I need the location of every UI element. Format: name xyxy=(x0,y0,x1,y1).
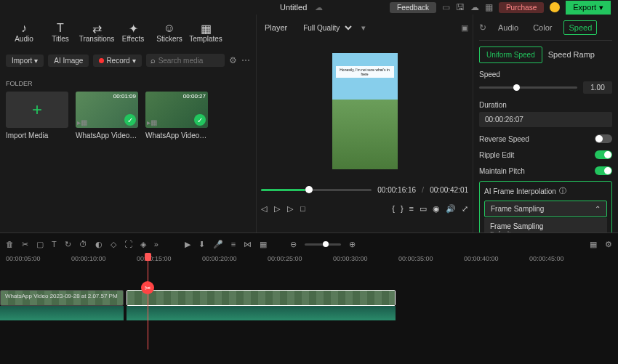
record-button[interactable]: Record ▾ xyxy=(93,54,141,67)
cloud-upload-icon[interactable]: ☁ xyxy=(470,2,479,12)
reverse-speed-toggle[interactable] xyxy=(595,134,612,143)
volume-icon[interactable]: 🔊 xyxy=(446,204,456,214)
stickers-icon: ☺ xyxy=(164,22,175,35)
maintain-pitch-toggle[interactable] xyxy=(595,166,612,175)
cloud-sync-icon[interactable]: ☁ xyxy=(315,3,323,12)
prev-frame-button[interactable]: ◁ xyxy=(261,204,267,214)
tab-speed[interactable]: Speed xyxy=(563,20,597,35)
keyframe-icon[interactable]: ◇ xyxy=(111,240,116,249)
refresh-icon[interactable]: ↻ xyxy=(65,240,71,249)
tab-audio[interactable]: Audio xyxy=(495,23,521,32)
save-icon[interactable]: 🖫 xyxy=(456,2,465,12)
speed-slider[interactable] xyxy=(479,86,577,89)
folder-label: FOLDER xyxy=(6,80,250,87)
filter-icon[interactable]: ⚙ xyxy=(229,55,237,65)
crop-icon[interactable]: ▢ xyxy=(36,240,44,249)
cut-icon[interactable]: ✂ xyxy=(22,240,28,249)
settings-icon[interactable]: ⚙ xyxy=(605,240,612,249)
purchase-button[interactable]: Purchase xyxy=(499,2,544,13)
tab-effects[interactable]: ✦Effects xyxy=(115,19,151,46)
ai-interpolation-select[interactable]: Frame Sampling⌃ xyxy=(484,201,607,217)
speed-value[interactable]: 1.00 xyxy=(583,81,612,94)
tag-icon[interactable]: ◈ xyxy=(140,240,146,249)
avatar[interactable] xyxy=(550,2,560,12)
tab-templates[interactable]: ▦Templates xyxy=(188,19,224,46)
search-input[interactable]: ⌕ xyxy=(146,54,225,67)
feedback-button[interactable]: Feedback xyxy=(390,2,436,13)
more-tools-icon[interactable]: » xyxy=(154,240,158,248)
next-frame-button[interactable]: ▷ xyxy=(287,204,293,214)
play-button[interactable]: ▷ xyxy=(274,204,280,214)
tab-stickers[interactable]: ☺Stickers xyxy=(151,19,188,46)
playhead[interactable]: ✂ xyxy=(148,255,148,349)
audio-waveform[interactable] xyxy=(127,306,396,320)
quality-select[interactable]: Full Quality xyxy=(298,21,354,35)
timeline-clip[interactable]: WhatsApp Video 2023-09-28 at 2.07.57 PM xyxy=(0,290,124,306)
fullscreen-icon[interactable]: ⤢ xyxy=(462,204,468,214)
check-icon: ✓ xyxy=(124,114,136,126)
export-button[interactable]: Export▾ xyxy=(566,1,611,15)
preview-viewport[interactable]: Honestly, I'm not sure what's in here xyxy=(261,44,468,178)
expand-icon[interactable]: ⛶ xyxy=(124,240,132,248)
titles-icon: T xyxy=(57,22,64,35)
audio-icon: ♪ xyxy=(21,22,27,35)
ruler-tick: 00:00:40:00 xyxy=(464,255,529,267)
uniform-speed-tab[interactable]: Uniform Speed xyxy=(479,46,542,63)
zoom-out-icon[interactable]: ⊖ xyxy=(290,240,297,249)
marker-icon[interactable]: ⬇ xyxy=(198,240,205,249)
chevron-down-icon: ▾ xyxy=(361,23,366,33)
audio-mix-icon[interactable]: ≡ xyxy=(231,240,236,248)
tab-titles[interactable]: TTitles xyxy=(42,19,79,46)
duration-label: Duration xyxy=(479,101,612,109)
stop-button[interactable]: □ xyxy=(300,204,305,213)
speed-ramp-tab[interactable]: Speed Ramp xyxy=(548,46,595,63)
ripple-edit-toggle[interactable] xyxy=(595,150,612,159)
import-media-tile[interactable]: + Import Media xyxy=(6,92,68,139)
scrubber[interactable] xyxy=(261,189,372,191)
tab-audio[interactable]: ♪Audio xyxy=(6,19,42,46)
timeline-clip-selected[interactable] xyxy=(127,290,396,306)
voiceover-icon[interactable]: ▶ xyxy=(185,240,190,249)
duration-badge: 00:00:27 xyxy=(183,93,206,100)
search-icon: ⌕ xyxy=(151,56,156,65)
audio-waveform[interactable] xyxy=(0,306,124,320)
tab-transitions[interactable]: ⇄Transitions xyxy=(79,19,115,46)
mic-icon[interactable]: 🎤 xyxy=(213,240,223,249)
info-icon[interactable]: ⓘ xyxy=(559,186,566,196)
snap-icon[interactable]: ⋈ xyxy=(244,240,252,249)
screen-icon[interactable]: ▭ xyxy=(442,2,450,12)
delete-icon[interactable]: 🗑 xyxy=(6,240,14,248)
tab-color[interactable]: Color xyxy=(530,23,555,32)
view-mode-icon[interactable]: ▦ xyxy=(590,240,597,249)
snapshot-icon[interactable]: ▣ xyxy=(461,23,468,33)
slider-knob[interactable] xyxy=(513,84,520,91)
ai-frame-interpolation-section: AI Frame Interpolationⓘ Frame Sampling⌃ … xyxy=(479,181,612,232)
zoom-in-icon[interactable]: ⊕ xyxy=(349,240,356,249)
import-button[interactable]: Import ▾ xyxy=(6,54,44,67)
total-time: 00:00:42:01 xyxy=(430,186,468,194)
picture-icon[interactable]: ▦ xyxy=(260,240,267,249)
ai-image-button[interactable]: AI Image xyxy=(48,54,89,67)
camera-icon[interactable]: ◉ xyxy=(433,204,440,214)
text-icon[interactable]: T xyxy=(52,240,57,248)
ruler-tick: 00:00:05:00 xyxy=(6,255,71,267)
grid-icon[interactable]: ≡ xyxy=(409,204,414,214)
video-type-icon: ▸▦ xyxy=(147,118,157,126)
back-icon[interactable]: ↻ xyxy=(479,23,486,33)
ai-option-frame-sampling[interactable]: Frame Sampling Default xyxy=(484,218,607,232)
speed-icon[interactable]: ⏱ xyxy=(79,240,87,248)
color-icon[interactable]: ◐ xyxy=(95,240,103,249)
scrubber-knob[interactable] xyxy=(305,186,313,193)
playhead-marker-icon[interactable]: ✂ xyxy=(141,281,154,294)
more-icon[interactable]: ⋯ xyxy=(241,55,250,65)
apps-icon[interactable]: ▦ xyxy=(485,2,493,12)
media-item[interactable]: 00:00:27 ▸▦ ✓ WhatsApp Video 202... xyxy=(145,92,208,139)
timeline-ruler[interactable]: 00:00:05:00 00:00:10:00 00:00:15:00 00:0… xyxy=(0,255,618,267)
duration-value[interactable]: 00:00:26:07 xyxy=(479,112,612,127)
compare-icon[interactable]: ▭ xyxy=(420,204,427,214)
zoom-slider[interactable] xyxy=(305,243,341,246)
mark-in-icon[interactable]: { xyxy=(392,204,395,214)
mark-out-icon[interactable]: } xyxy=(401,204,404,214)
search-field[interactable] xyxy=(158,57,220,65)
media-item[interactable]: 00:01:09 ▸▦ ✓ WhatsApp Video 202... xyxy=(76,92,138,139)
